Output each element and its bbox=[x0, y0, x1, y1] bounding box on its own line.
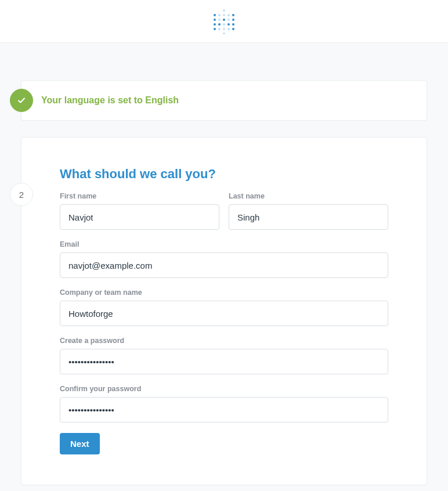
label-company: Company or team name bbox=[60, 288, 388, 297]
form-title: What should we call you? bbox=[60, 167, 388, 182]
email-input[interactable] bbox=[60, 252, 388, 278]
step-language-title: Your language is set to English bbox=[41, 95, 179, 106]
label-first-name: First name bbox=[60, 192, 219, 200]
step-marker-done bbox=[10, 89, 33, 112]
field-password: Create a password bbox=[60, 337, 388, 374]
field-last-name: Last name bbox=[229, 192, 388, 230]
svg-point-12 bbox=[218, 23, 221, 26]
company-input[interactable] bbox=[60, 301, 388, 326]
app-header bbox=[0, 0, 448, 43]
svg-point-3 bbox=[223, 14, 225, 16]
label-confirm-password: Confirm your password bbox=[60, 385, 388, 393]
svg-point-4 bbox=[227, 14, 230, 16]
label-last-name: Last name bbox=[229, 192, 388, 200]
step-marker-2: 2 bbox=[10, 183, 33, 206]
svg-point-17 bbox=[218, 28, 221, 30]
svg-point-8 bbox=[223, 19, 225, 21]
next-button[interactable]: Next bbox=[60, 433, 100, 454]
field-confirm-password: Confirm your password bbox=[60, 385, 388, 423]
svg-point-1 bbox=[214, 14, 216, 16]
step-user-card: 2 What should we call you? First name La… bbox=[21, 137, 427, 485]
svg-point-21 bbox=[223, 33, 225, 34]
svg-point-18 bbox=[223, 28, 225, 30]
metabase-logo bbox=[211, 9, 237, 34]
svg-point-16 bbox=[214, 28, 216, 30]
svg-point-2 bbox=[218, 14, 221, 16]
svg-point-7 bbox=[218, 19, 221, 21]
password-input[interactable] bbox=[60, 349, 388, 374]
field-email: Email bbox=[60, 240, 388, 278]
svg-point-9 bbox=[227, 19, 230, 21]
first-name-input[interactable] bbox=[60, 204, 219, 230]
label-email: Email bbox=[60, 240, 388, 248]
field-company: Company or team name bbox=[60, 288, 388, 326]
svg-point-14 bbox=[227, 23, 230, 26]
svg-point-0 bbox=[223, 9, 225, 12]
svg-point-10 bbox=[232, 19, 234, 21]
step-language-card: Your language is set to English bbox=[21, 80, 427, 121]
step-number: 2 bbox=[19, 190, 24, 200]
last-name-input[interactable] bbox=[229, 204, 388, 230]
svg-point-6 bbox=[214, 19, 216, 21]
svg-point-5 bbox=[232, 14, 234, 16]
svg-point-15 bbox=[232, 23, 234, 26]
label-password: Create a password bbox=[60, 337, 388, 345]
svg-point-11 bbox=[214, 23, 216, 26]
svg-point-19 bbox=[227, 28, 230, 30]
field-first-name: First name bbox=[60, 192, 219, 230]
setup-container: Your language is set to English 2 What s… bbox=[0, 80, 448, 485]
svg-point-13 bbox=[223, 23, 225, 26]
check-icon bbox=[17, 96, 26, 105]
svg-point-20 bbox=[232, 28, 234, 30]
confirm-password-input[interactable] bbox=[60, 397, 388, 423]
